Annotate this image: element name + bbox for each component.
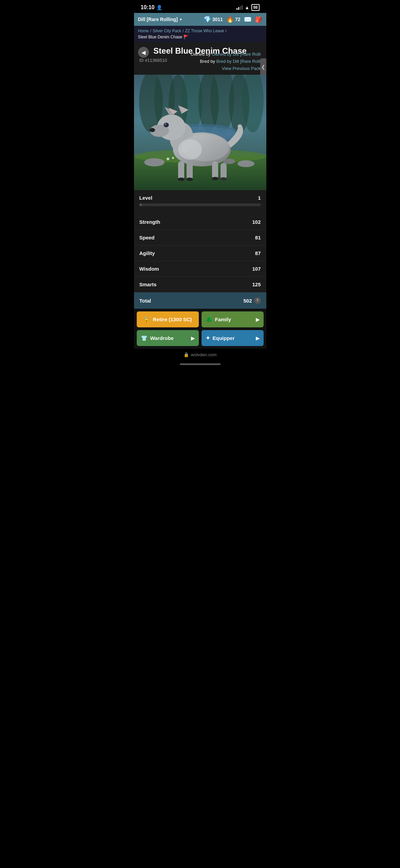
owned-by: Owned by Owned by Dill [Rare Rolli [191, 51, 261, 58]
family-button[interactable]: 🌲 Family ▶ [202, 311, 264, 327]
total-label: Total [139, 298, 151, 304]
speed-label: Speed [139, 235, 155, 240]
strength-label: Strength [139, 219, 160, 225]
speed-value: 81 [255, 235, 261, 240]
breadcrumb-sep1: / [150, 29, 151, 33]
shirt-icon: 👕 [141, 335, 148, 341]
equipper-button[interactable]: ✦ Equipper ▶ [202, 330, 264, 346]
top-nav: Dill [Rare Rolling] ▼ 💎 3011 🔥 72 ✉️ 🎒 [134, 13, 266, 26]
breadcrumb-pack-link[interactable]: ZZ Those Who Leave [185, 29, 224, 33]
ownership-info: Owned by Owned by Dill [Rare Rolli Bred … [191, 51, 261, 72]
breadcrumb-current: Steel Blue Denim Chase [138, 35, 183, 39]
breadcrumb-home[interactable]: Home [138, 29, 149, 33]
gem-value: 3011 [212, 17, 223, 22]
gem-icon: 💎 [204, 16, 211, 23]
agility-row: Agility 87 [134, 246, 266, 261]
help-icon[interactable]: ? [254, 297, 261, 304]
bottom-bar: 🔒 wolvden.com [134, 349, 266, 361]
breadcrumb-sep3: / [225, 29, 226, 33]
wardrobe-button[interactable]: 👕 Wardrobe ▶ [137, 330, 199, 346]
wisdom-row: Wisdom 107 [134, 261, 266, 277]
fire-value: 72 [235, 17, 241, 22]
breadcrumb-sep2: / [183, 29, 184, 33]
account-label: Dill [Rare Rolling] [138, 17, 178, 22]
strength-value: 102 [252, 219, 261, 225]
wisdom-value: 107 [252, 266, 261, 272]
account-selector[interactable]: Dill [Rare Rolling] ▼ [138, 17, 183, 22]
level-bar-fill [139, 203, 142, 206]
speed-row: Speed 81 [134, 230, 266, 246]
smarts-row: Smarts 125 [134, 277, 266, 292]
agility-label: Agility [139, 250, 155, 256]
arrow-right-icon: ▶ [256, 317, 260, 322]
smarts-value: 125 [252, 282, 261, 287]
level-bar-wrapper [134, 203, 266, 214]
action-buttons: 🔒 Retire (1300 SC) 🌲 Family ▶ 👕 Wardrobe… [134, 309, 266, 349]
back-button[interactable]: ◀ [138, 47, 149, 58]
level-value: 1 [258, 195, 261, 201]
breadcrumb: Home / Silver City Pack / ZZ Those Who L… [134, 26, 266, 42]
lock-small-icon: 🔒 [184, 352, 189, 357]
side-toggle[interactable]: ❮ [260, 58, 266, 75]
mail-icon[interactable]: ✉️ [244, 16, 251, 23]
owner-link[interactable]: Owned by Dill [Rare Rolli [212, 52, 261, 57]
chevron-down-icon: ▼ [179, 18, 183, 21]
smarts-label: Smarts [139, 282, 157, 287]
top-nav-right: 💎 3011 🔥 72 ✉️ 🎒 [204, 16, 262, 23]
currency-fire: 🔥 72 [226, 16, 241, 23]
home-indicator [134, 361, 266, 372]
breeder-link[interactable]: Bred by Dill [Rare Rolli [216, 59, 261, 64]
time-display: 10:10 [141, 4, 155, 11]
main-content: ◀ Steel Blue Denim Chase ID #11366510 Ow… [134, 42, 266, 349]
signal-icon [236, 5, 243, 10]
flag-icon: 🚩 [184, 35, 189, 39]
svg-rect-40 [134, 75, 266, 190]
arrow-right-icon-2: ▶ [191, 336, 195, 341]
agility-value: 87 [255, 250, 261, 256]
lock-icon: 🔒 [143, 316, 150, 323]
person-icon: 👤 [156, 5, 162, 10]
level-row: Level 1 [134, 190, 266, 203]
arrow-right-icon-3: ▶ [256, 336, 260, 341]
currency-gems: 💎 3011 [204, 16, 223, 23]
retire-button[interactable]: 🔒 Retire (1300 SC) [137, 311, 199, 327]
total-row: Total 502 ? [134, 292, 266, 309]
fire-icon: 🔥 [226, 16, 234, 23]
status-bar: 10:10 👤 ▲ 98 [134, 0, 266, 13]
bred-by: Bred by Bred by Dill [Rare Rolli [191, 58, 261, 65]
wifi-icon: ▲ [245, 5, 249, 10]
home-bar [180, 363, 221, 365]
wisdom-label: Wisdom [139, 266, 159, 272]
wolf-image [134, 75, 266, 190]
view-previous-pack[interactable]: View Previous Pack [191, 65, 261, 72]
wolf-header: ◀ Steel Blue Denim Chase ID #11366510 Ow… [134, 42, 266, 75]
status-left: 10:10 👤 [141, 4, 163, 11]
total-value-group: 502 ? [243, 297, 261, 304]
footer-url: wolvden.com [191, 352, 217, 357]
breadcrumb-pack[interactable]: Silver City Pack [153, 29, 181, 33]
level-label: Level [139, 195, 152, 201]
strength-row: Strength 102 [134, 214, 266, 230]
stats-section: Level 1 Strength 102 Speed 81 Agility 87… [134, 190, 266, 309]
level-bar-container [139, 203, 261, 206]
total-value: 502 [243, 298, 252, 304]
wolf-id: ID #11366510 [139, 58, 167, 63]
sparkle-icon: ✦ [206, 335, 210, 341]
status-right: ▲ 98 [236, 4, 259, 11]
bag-icon[interactable]: 🎒 [255, 16, 262, 23]
battery-icon: 98 [251, 4, 259, 11]
tree-icon: 🌲 [206, 316, 212, 323]
wolf-scene-svg [134, 75, 266, 190]
